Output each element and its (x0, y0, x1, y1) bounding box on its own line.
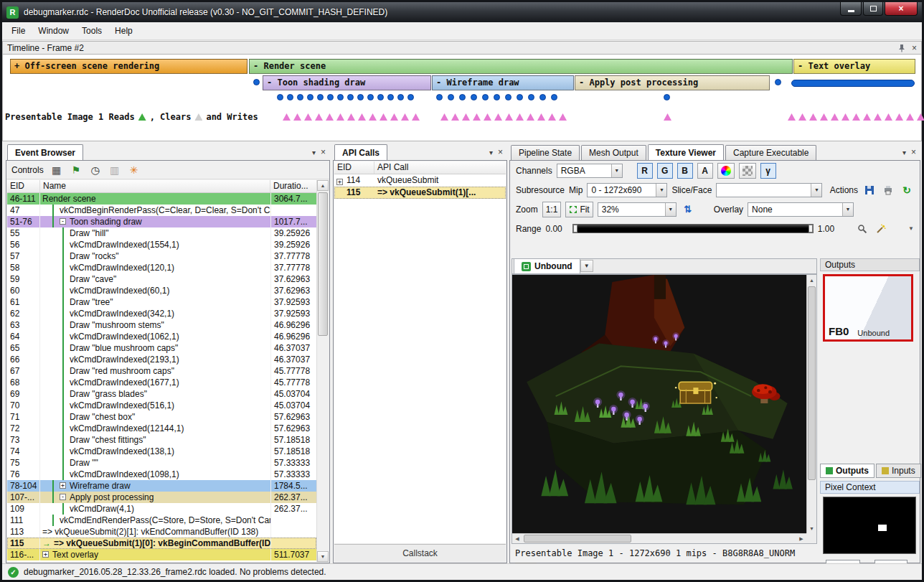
event-dot[interactable] (448, 94, 454, 100)
event-dot[interactable] (347, 94, 354, 100)
zoom-range-icon[interactable] (855, 222, 869, 236)
expand-toggle[interactable]: - (60, 218, 66, 225)
toolbar-overflow-icon[interactable]: ▼ (908, 225, 914, 232)
event-dot[interactable] (505, 94, 512, 100)
red-channel-button[interactable]: R (637, 163, 653, 179)
expand-toggle[interactable]: + (60, 482, 66, 489)
event-dot[interactable] (517, 94, 523, 100)
event-row[interactable]: 55Draw "hill"39.25926 (7, 227, 316, 239)
event-list-header[interactable]: EID Name Duratio... (7, 180, 316, 193)
timeline-caption-bar[interactable]: Timeline - Frame #2 × (2, 41, 922, 55)
event-dot[interactable] (367, 94, 374, 100)
event-row[interactable]: 72vkCmdDrawIndexed(12144,1)57.62963 (7, 423, 316, 434)
save-icon[interactable] (862, 183, 877, 197)
chevron-down-icon[interactable]: ▾ (312, 149, 316, 156)
minimize-button[interactable] (840, 2, 862, 16)
texture-tab-dropdown-icon[interactable]: ▼ (580, 260, 593, 272)
scrollbar-thumb[interactable] (808, 286, 816, 480)
gamma-button[interactable]: γ (760, 163, 776, 179)
event-dot[interactable] (494, 94, 500, 100)
close-icon[interactable]: × (321, 147, 326, 157)
overlay-select[interactable]: None▼ (748, 202, 854, 217)
event-dot[interactable] (337, 94, 344, 100)
event-dot[interactable] (277, 94, 283, 100)
event-row[interactable]: 47vkCmdBeginRenderPass(C=Clear, D=Clear,… (7, 205, 316, 216)
event-dot[interactable] (327, 94, 334, 100)
pin-icon[interactable] (897, 44, 906, 52)
event-row[interactable]: 78-104+Wireframe draw1784.5... (7, 480, 316, 492)
event-dot[interactable] (407, 94, 414, 100)
event-row[interactable]: 46-111Render scene3064.7... (7, 193, 316, 205)
event-row[interactable]: 109vkCmdDraw(4,1)262.37... (7, 503, 316, 515)
api-list-header[interactable]: EID API Call (334, 161, 506, 174)
zoom-select[interactable]: 32%▼ (598, 202, 676, 217)
blue-channel-button[interactable]: B (677, 163, 693, 179)
texture-display[interactable]: ▲ ▼ ◀ ▶ (512, 274, 817, 544)
event-row[interactable]: 68vkCmdDrawIndexed(1677,1)45.77778 (7, 377, 316, 388)
timeline-bar-post[interactable]: - Apply post processing (575, 75, 770, 90)
event-dot[interactable] (775, 79, 781, 85)
expand-toggle[interactable]: - (60, 494, 66, 500)
chevron-down-icon[interactable]: ▾ (902, 149, 906, 156)
event-list-scrollbar[interactable]: ▲ ▼ (316, 180, 329, 562)
event-row[interactable]: 59Draw "cave"37.62963 (7, 273, 316, 285)
event-dot[interactable] (377, 94, 384, 100)
menu-help[interactable]: Help (108, 24, 139, 38)
scroll-up-icon[interactable]: ▲ (807, 275, 816, 285)
timeline-content[interactable]: + Off-screen scene rendering - Render sc… (2, 55, 922, 141)
expand-toggle[interactable]: + (42, 551, 49, 558)
event-row[interactable]: 66vkCmdDrawIndexed(2193,1)46.37037 (7, 354, 316, 365)
event-dot[interactable] (459, 94, 466, 100)
scroll-left-icon[interactable]: ◀ (512, 534, 522, 543)
scroll-down-icon[interactable]: ▼ (317, 551, 329, 562)
chevron-down-icon[interactable]: ▾ (489, 149, 493, 156)
checkerboard-button[interactable] (739, 163, 756, 179)
tab-api-calls[interactable]: API Calls (334, 144, 387, 160)
event-row[interactable]: 61Draw "tree"37.92593 (7, 296, 316, 308)
columns-icon[interactable]: ▦ (50, 164, 63, 177)
fit-button[interactable]: Fit (565, 202, 593, 217)
menu-file[interactable]: File (5, 24, 32, 38)
api-call-row[interactable]: 115=> vkQueueSubmit(1)[... (334, 187, 506, 199)
timeline-close-icon[interactable]: × (912, 43, 917, 53)
event-row[interactable]: 107-...-Apply post processing262.37... (7, 492, 316, 503)
close-icon[interactable]: × (911, 147, 916, 157)
event-row[interactable]: 69Draw "grass blades"45.03704 (7, 388, 316, 400)
range-min-value[interactable]: 0.00 (545, 224, 562, 234)
scroll-right-icon[interactable]: ▶ (796, 534, 806, 543)
event-row[interactable]: 74vkCmdDrawIndexed(138,1)57.18518 (7, 446, 316, 457)
timeline-bar-toon[interactable]: - Toon shading draw (263, 75, 431, 90)
event-row[interactable]: 51-76-Toon shading draw1017.7... (7, 216, 316, 227)
mip-select[interactable]: 0 - 1272x690▼ (587, 183, 667, 197)
event-dot[interactable] (317, 94, 324, 100)
event-dot[interactable] (387, 94, 394, 100)
stats-icon[interactable]: ▥ (108, 164, 121, 177)
texture-vertical-scrollbar[interactable]: ▲ ▼ (806, 275, 816, 533)
tab-mesh-output[interactable]: Mesh Output (581, 145, 646, 160)
menu-window[interactable]: Window (32, 24, 75, 38)
menu-tools[interactable]: Tools (75, 24, 108, 38)
api-call-row[interactable]: +114vkQueueSubmit (334, 174, 506, 187)
channels-select[interactable]: RGBA▼ (557, 164, 623, 178)
scroll-down-icon[interactable]: ▼ (807, 523, 816, 533)
event-row[interactable]: 57Draw "rocks"37.77778 (7, 250, 316, 262)
tab-event-browser[interactable]: Event Browser (7, 144, 83, 160)
event-dot[interactable] (482, 94, 489, 100)
zoom-1to1-button[interactable]: 1:1 (542, 202, 562, 217)
event-cluster-bar[interactable] (791, 80, 915, 87)
texture-tab-unbound[interactable]: Unbound (514, 258, 580, 273)
timeline-bar-overlay[interactable]: - Text overlay (793, 59, 915, 74)
event-dot[interactable] (397, 94, 404, 100)
event-dot[interactable] (287, 94, 293, 100)
maximize-button[interactable] (863, 2, 883, 16)
alpha-channel-button[interactable]: A (697, 163, 713, 179)
autofit-wand-icon[interactable] (874, 222, 888, 236)
event-row[interactable]: 60vkCmdDrawIndexed(60,1)37.62963 (7, 285, 316, 296)
pixel-context-view[interactable] (823, 497, 916, 554)
green-channel-button[interactable]: G (657, 163, 673, 179)
timeline-bar-render[interactable]: - Render scene (249, 59, 793, 74)
event-row[interactable]: 65Draw "blue mushroom caps"46.37037 (7, 342, 316, 354)
event-row[interactable]: 63Draw "mushroom stems"46.96296 (7, 319, 316, 331)
event-dot[interactable] (357, 94, 364, 100)
event-row[interactable]: 113=> vkQueueSubmit(2)[1]: vkEndCommandB… (7, 526, 316, 538)
